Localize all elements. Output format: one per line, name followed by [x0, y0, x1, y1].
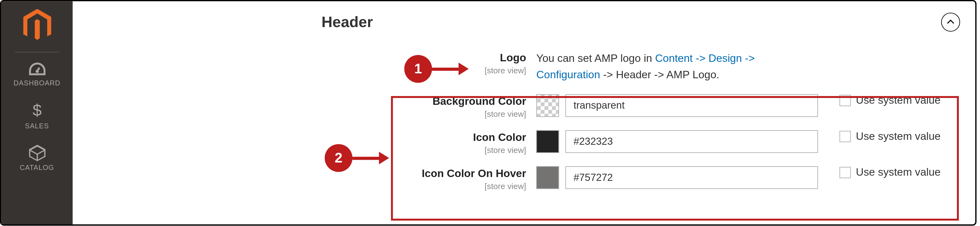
section-title: Header	[321, 13, 373, 31]
annotation-marker-1: 1	[404, 55, 432, 83]
sidebar-divider	[15, 52, 59, 52]
nav-label: CATALOG	[20, 164, 54, 171]
nav-sales[interactable]: $ SALES	[25, 102, 49, 130]
admin-sidebar: DASHBOARD $ SALES CATALOG	[2, 2, 73, 224]
box-icon	[28, 145, 46, 161]
dollar-icon: $	[30, 102, 43, 119]
field-logo: Logo [store view] You can set AMP logo i…	[397, 51, 960, 83]
gauge-icon	[27, 61, 46, 76]
nav-catalog[interactable]: CATALOG	[20, 145, 54, 171]
nav-label: DASHBOARD	[13, 79, 60, 87]
logo-desc-prefix: You can set AMP logo in	[536, 53, 655, 65]
nav-label: SALES	[25, 122, 49, 130]
nav-dashboard[interactable]: DASHBOARD	[13, 61, 60, 86]
logo-description: You can set AMP logo in Content -> Desig…	[536, 51, 802, 83]
section-header-row: Header	[321, 13, 960, 32]
logo-desc-suffix: -> Header -> AMP Logo.	[600, 69, 719, 81]
field-label: Logo	[500, 52, 526, 64]
annotation-arrow-2	[352, 151, 389, 164]
svg-point-1	[35, 70, 38, 73]
annotation-number: 2	[335, 150, 342, 166]
magento-logo[interactable]	[21, 9, 53, 43]
annotation-highlight-box	[391, 96, 959, 221]
chevron-up-icon	[946, 19, 955, 25]
collapse-button[interactable]	[941, 13, 960, 32]
svg-text:$: $	[32, 102, 42, 119]
annotation-marker-2: 2	[325, 144, 352, 172]
config-content: Header Logo [store view] You can set AMP…	[73, 2, 975, 224]
annotation-arrow-1	[432, 63, 469, 75]
annotation-number: 1	[414, 61, 422, 77]
